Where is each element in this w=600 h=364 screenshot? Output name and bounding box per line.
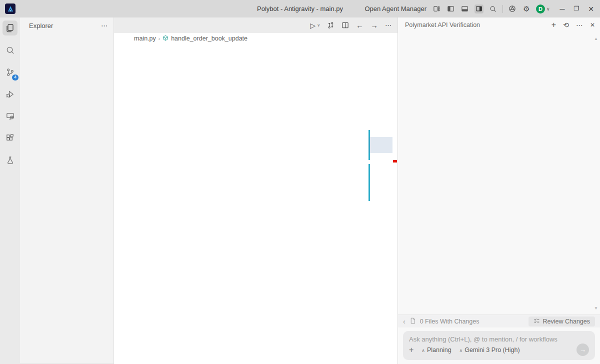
explorer-more-actions-icon[interactable]: ⋯ xyxy=(101,22,108,30)
activity-bar: 4 xyxy=(0,18,20,364)
toggle-right-sidebar-icon[interactable] xyxy=(474,4,484,14)
panel-scrollbar[interactable]: ▲▼ xyxy=(593,34,599,314)
files-with-changes-label: 0 Files With Changes xyxy=(420,318,480,325)
history-icon[interactable]: ⟲ xyxy=(563,21,569,29)
scroll-down-icon[interactable]: ▼ xyxy=(594,303,598,314)
changes-footer: ‹ 0 Files With Changes Review Changes xyxy=(398,314,600,328)
breadcrumb-file[interactable]: main.py xyxy=(134,35,156,42)
file-icon xyxy=(410,318,416,326)
toggle-bottom-panel-icon[interactable] xyxy=(460,4,470,14)
symbol-method-icon xyxy=(162,35,168,42)
restore-button[interactable]: ❐ xyxy=(574,5,580,13)
editor-group: ▷∨ ← → ⋯ main.py › handle_order_book_upd… xyxy=(114,18,398,364)
agent-panel: Polymarket API Verification + ⟲ ⋯ ✕ ▲▼ ‹… xyxy=(398,18,600,364)
sidebar-explorer: Explorer ⋯ xyxy=(20,18,114,364)
search-sidebar-icon[interactable] xyxy=(2,42,18,58)
extensions-icon[interactable] xyxy=(2,130,18,146)
panel-close-icon[interactable]: ✕ xyxy=(590,22,595,28)
more-actions-icon[interactable]: ⋯ xyxy=(385,22,392,29)
tab-bar: ▷∨ ← → ⋯ xyxy=(114,18,398,33)
settings-gear-icon[interactable]: ⚙ xyxy=(522,4,531,14)
account-menu[interactable]: D ∨ xyxy=(536,4,550,14)
panel-more-icon[interactable]: ⋯ xyxy=(576,21,583,29)
chat-input[interactable] xyxy=(409,336,589,343)
navigate-back-icon[interactable]: ← xyxy=(356,21,364,30)
send-button[interactable]: → xyxy=(576,344,589,356)
panel-title: Polymarket API Verification xyxy=(405,22,480,28)
back-icon[interactable]: ‹ xyxy=(403,318,406,326)
app-logo-icon xyxy=(5,4,16,14)
chat-input-area: + ∧Planning ∧Gemini 3 Pro (High) → xyxy=(398,328,600,364)
overview-ruler xyxy=(392,44,398,364)
editor-actions: ▷∨ ← → ⋯ xyxy=(304,18,398,33)
titlebar: Polybot - Antigravity - main.py Open Age… xyxy=(0,0,600,18)
chat-scroll-area[interactable]: ▲▼ xyxy=(398,32,600,314)
scroll-up-icon[interactable]: ▲ xyxy=(594,34,598,44)
breadcrumb-symbol[interactable]: handle_order_book_update xyxy=(171,35,248,42)
python-icon xyxy=(121,34,129,42)
explorer-header: Explorer xyxy=(29,22,53,30)
minimize-button[interactable]: ─ xyxy=(560,5,565,13)
scm-badge: 4 xyxy=(12,74,18,80)
open-changes-icon[interactable] xyxy=(327,22,334,29)
customize-layout-icon[interactable] xyxy=(432,4,442,14)
add-context-icon[interactable]: + xyxy=(409,346,414,354)
app-window: Polybot - Antigravity - main.py Open Age… xyxy=(0,0,600,364)
chevron-down-icon: ∨ xyxy=(546,6,550,12)
testing-icon[interactable] xyxy=(2,152,18,168)
breadcrumb[interactable]: main.py › handle_order_book_update xyxy=(114,33,398,44)
review-changes-button[interactable]: Review Changes xyxy=(528,316,596,326)
cursor-position-marker xyxy=(393,160,397,162)
mode-selector[interactable]: ∧Planning xyxy=(422,346,451,354)
close-button[interactable]: ✕ xyxy=(588,5,594,13)
open-agent-manager-button[interactable]: Open Agent Manager xyxy=(364,5,426,12)
run-python-file-button[interactable]: ▷∨ xyxy=(310,22,320,30)
remote-explorer-icon[interactable] xyxy=(2,108,18,124)
toggle-left-sidebar-icon[interactable] xyxy=(446,4,456,14)
chevron-right-icon: › xyxy=(158,36,160,42)
file-tree xyxy=(20,34,114,364)
split-editor-icon[interactable] xyxy=(342,22,349,29)
new-conversation-icon[interactable]: + xyxy=(552,20,556,30)
avatar: D xyxy=(536,4,545,14)
search-icon[interactable] xyxy=(488,4,498,14)
source-control-icon[interactable]: 4 xyxy=(2,64,18,80)
model-selector[interactable]: ∧Gemini 3 Pro (High) xyxy=(460,346,520,354)
run-debug-icon[interactable] xyxy=(2,86,18,102)
titlebar-divider xyxy=(502,5,503,13)
minimap-viewport[interactable] xyxy=(368,137,392,153)
minimap[interactable] xyxy=(368,44,392,364)
code-area[interactable] xyxy=(114,44,398,364)
navigate-forward-icon[interactable]: → xyxy=(370,21,378,30)
explorer-icon[interactable] xyxy=(2,20,18,36)
browser-icon[interactable] xyxy=(508,4,517,14)
